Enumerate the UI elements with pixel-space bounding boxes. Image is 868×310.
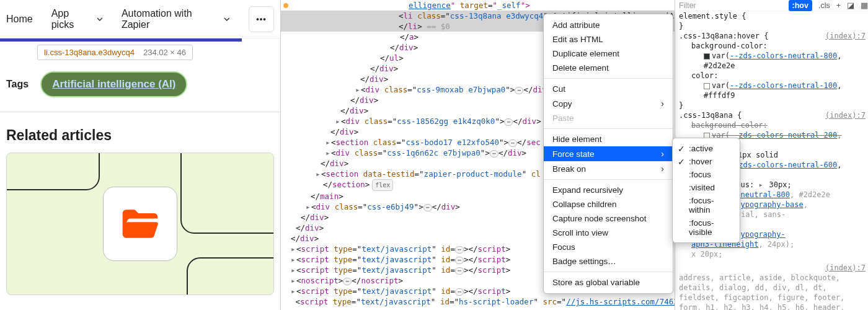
expand-arrow-icon[interactable]: ▸ — [316, 169, 321, 179]
nav-home[interactable]: Home — [6, 14, 33, 25]
decor-shape — [6, 153, 100, 190]
expand-arrow-icon[interactable]: ▸ — [291, 286, 296, 296]
tag-pill-ai[interactable]: Artificial intelligence (AI) — [41, 72, 187, 97]
element-style-rule[interactable]: element.style { — [679, 11, 868, 21]
related-article-card[interactable] — [6, 153, 274, 295]
decor-shape — [187, 257, 274, 295]
ctx-expand[interactable]: Expand recursively — [544, 183, 673, 197]
ellipsis-icon[interactable]: ⋯ — [515, 87, 523, 94]
ellipsis-icon[interactable]: ⋯ — [455, 257, 464, 264]
ellipsis-icon[interactable]: ⋯ — [504, 118, 513, 126]
filter-input[interactable]: Filter — [679, 1, 696, 11]
expand-arrow-icon[interactable]: ▸ — [355, 84, 361, 95]
menu-separator — [544, 78, 673, 79]
ctx-delete[interactable]: Delete element — [544, 61, 673, 75]
ellipsis-icon[interactable]: ⋯ — [455, 246, 464, 254]
ellipsis-icon[interactable]: ⋯ — [423, 204, 432, 211]
context-menu: Add attribute Edit as HTML Duplicate ele… — [543, 14, 673, 294]
toolbar-icon[interactable]: ◪ — [847, 1, 854, 11]
ellipsis-icon[interactable]: ⋯ — [490, 150, 498, 157]
rule-selector[interactable]: .css-13q8ana { — [679, 110, 742, 120]
ctx-paste: Paste — [544, 111, 673, 125]
css-prop[interactable]: color: — [679, 71, 868, 81]
expand-arrow-icon[interactable]: ▸ — [758, 180, 764, 190]
expand-arrow-icon[interactable]: ▸ — [291, 254, 296, 265]
expand-arrow-icon[interactable]: ▸ — [335, 116, 341, 126]
ctx-scroll[interactable]: Scroll into view — [544, 226, 673, 240]
expand-arrow-icon[interactable]: ▸ — [326, 148, 331, 158]
ellipsis-icon[interactable]: ⋯ — [455, 267, 464, 275]
ctx-hide[interactable]: Hide element — [544, 132, 673, 146]
source-link[interactable]: (index):7 — [825, 31, 866, 41]
cls-toggle[interactable]: .cls — [818, 1, 830, 11]
sub-focus[interactable]: :focus — [673, 168, 740, 181]
ctx-badge[interactable]: Badge settings… — [544, 254, 673, 268]
hov-toggle[interactable]: :hov — [789, 0, 812, 11]
ctx-add-attribute[interactable]: Add attribute — [544, 18, 673, 32]
ctx-break-on[interactable]: Break on› — [544, 161, 673, 176]
color-swatch-icon[interactable] — [704, 83, 710, 89]
css-prop[interactable]: background-color: — [679, 41, 868, 51]
ctx-duplicate[interactable]: Duplicate element — [544, 46, 673, 61]
ctx-collapse[interactable]: Collapse children — [544, 197, 673, 211]
ctx-copy[interactable]: Copy› — [544, 96, 673, 111]
breakpoint-dot-icon[interactable] — [283, 3, 288, 8]
check-icon: ✓ — [678, 157, 685, 167]
flex-badge[interactable]: flex — [372, 179, 393, 191]
css-prop-overridden[interactable]: background-color: — [679, 120, 868, 130]
ellipsis-icon[interactable]: ⋯ — [455, 288, 464, 296]
expand-arrow-icon[interactable]: ▸ — [291, 275, 296, 286]
expand-arrow-icon[interactable]: ▸ — [306, 202, 311, 212]
tags-label: Tags — [6, 79, 29, 90]
chevron-right-icon: › — [661, 149, 664, 159]
nav-automation-label: Automation with Zapier — [122, 8, 220, 30]
sub-active[interactable]: ✓:active — [673, 142, 740, 155]
new-style-icon[interactable]: + — [836, 1, 841, 11]
rule-selector[interactable]: .css-13q8ana:hover { — [679, 31, 769, 41]
ctx-focus[interactable]: Focus — [544, 240, 673, 254]
tag-text: Artificial intelligence (AI) — [52, 78, 175, 90]
expand-arrow-icon[interactable]: ▸ — [291, 244, 296, 254]
sub-focus-visible[interactable]: :focus-visible — [673, 216, 740, 239]
sub-visited[interactable]: :visited — [673, 181, 740, 194]
ctx-capture[interactable]: Capture node screenshot — [544, 211, 673, 226]
ctx-force-state[interactable]: Force state› — [544, 146, 673, 161]
chevron-right-icon: › — [661, 164, 664, 174]
menu-separator — [544, 272, 673, 272]
tooltip-dimensions: 234.02 × 46 — [143, 48, 186, 57]
sub-hover[interactable]: ✓:hover — [673, 155, 740, 168]
menu-separator — [544, 179, 673, 180]
decor-shape — [180, 153, 274, 234]
related-articles-heading: Related articles — [0, 112, 280, 153]
tags-row: Tags Artificial intelligence (AI) — [0, 66, 280, 112]
website-pane: Home App picks Automation with Zapier ••… — [0, 0, 281, 310]
folder-icon-box — [103, 187, 177, 261]
styles-toolbar: Filter :hov .cls + ◪ ▦ — [679, 0, 868, 11]
site-nav: Home App picks Automation with Zapier ••… — [0, 0, 280, 38]
nav-app-picks-label: App picks — [51, 8, 93, 30]
sub-focus-within[interactable]: :focus-within — [673, 194, 740, 216]
ctx-cut[interactable]: Cut — [544, 82, 673, 96]
expand-arrow-icon[interactable]: ▸ — [326, 137, 331, 148]
color-swatch-icon[interactable] — [704, 53, 710, 60]
more-button[interactable]: ••• — [249, 6, 274, 32]
ellipsis-icon[interactable]: ⋯ — [508, 140, 517, 147]
element-tooltip: li.css-13q8ana.e3dwycq4 234.02 × 46 — [37, 45, 193, 60]
more-icon: ••• — [256, 14, 267, 24]
nav-app-picks[interactable]: App picks — [51, 8, 103, 30]
chevron-down-icon — [97, 17, 103, 21]
toolbar-icon[interactable]: ▦ — [861, 1, 868, 11]
dom-text[interactable]: elligence — [409, 1, 451, 10]
menu-separator — [544, 128, 673, 129]
force-state-submenu: ✓:active ✓:hover :focus :visited :focus-… — [672, 138, 740, 243]
source-link[interactable]: (index):7 — [825, 263, 866, 273]
ctx-store[interactable]: Store as global variable — [544, 275, 673, 290]
chevron-down-icon — [224, 17, 230, 21]
ellipsis-icon[interactable]: ⋯ — [343, 278, 352, 285]
progress-bar — [0, 38, 242, 42]
source-link[interactable]: (index):7 — [825, 110, 866, 120]
nav-automation[interactable]: Automation with Zapier — [122, 8, 230, 30]
expand-arrow-icon[interactable]: ▸ — [291, 265, 296, 275]
folder-open-icon — [119, 203, 161, 245]
ctx-edit-html[interactable]: Edit as HTML — [544, 32, 673, 46]
